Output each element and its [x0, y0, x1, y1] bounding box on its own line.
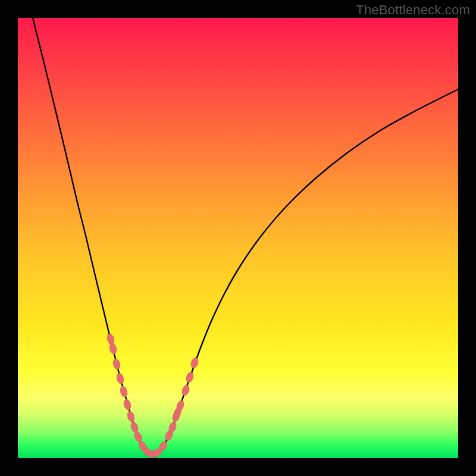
chart-frame: TheBottleneck.com — [0, 0, 476, 476]
data-dots-group — [106, 333, 199, 458]
data-dot — [181, 384, 190, 397]
data-dot — [109, 343, 118, 355]
data-dot — [126, 411, 136, 422]
data-dot — [115, 372, 124, 384]
bottleneck-curve — [33, 18, 458, 454]
data-dot — [130, 421, 139, 434]
data-dot — [190, 357, 199, 369]
data-dot — [112, 358, 121, 370]
data-dot — [185, 371, 195, 384]
data-dot — [133, 431, 143, 443]
data-dot — [106, 333, 115, 345]
watermark-text: TheBottleneck.com — [356, 2, 470, 18]
bottleneck-curve-svg — [18, 18, 458, 458]
plot-area — [18, 18, 458, 458]
data-dot — [119, 386, 128, 397]
data-dot — [123, 399, 132, 411]
